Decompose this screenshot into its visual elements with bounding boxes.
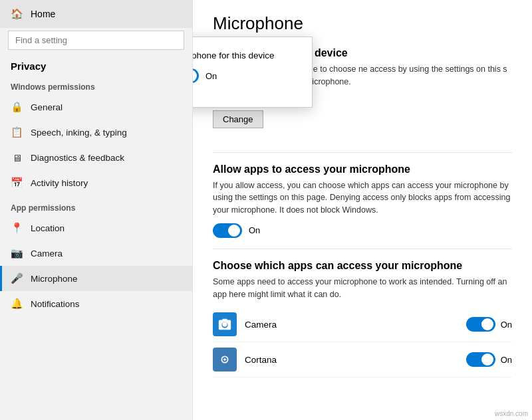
camera-app-name: Camera (245, 320, 466, 330)
watermark: wsxdn.com (495, 410, 528, 417)
home-label: Home (31, 9, 55, 19)
change-button[interactable]: Change (213, 110, 263, 128)
cortana-toggle-label: On (501, 355, 512, 365)
sidebar-item-activity-label: Activity history (31, 178, 88, 188)
lock-icon: 🔒 (11, 101, 23, 113)
sidebar-item-camera[interactable]: 📷 Camera (0, 241, 192, 266)
sidebar-item-location-label: Location (31, 223, 65, 233)
cortana-app-name: Cortana (245, 355, 466, 365)
section3-heading: Choose which apps can access your microp… (213, 260, 512, 272)
sidebar-item-notifications-label: Notifications (31, 299, 80, 309)
location-icon: 📍 (11, 222, 23, 234)
diagnostics-icon: 🖥 (11, 152, 23, 163)
camera-toggle-label: On (501, 320, 512, 330)
camera-toggle-row: On (466, 317, 512, 332)
sidebar-item-general[interactable]: 🔒 General (0, 94, 192, 120)
cortana-toggle[interactable] (466, 352, 495, 367)
camera-toggle-knob (481, 318, 493, 330)
sidebar-item-notifications[interactable]: 🔔 Notifications (0, 291, 192, 316)
divider-1 (213, 152, 512, 153)
sidebar-item-location[interactable]: 📍 Location (0, 215, 192, 241)
windows-permissions-label: Windows permissions (0, 74, 192, 94)
sidebar-item-camera-label: Camera (31, 249, 63, 259)
sidebar-item-general-label: General (31, 102, 63, 112)
app-permissions-label: App permissions (0, 195, 192, 215)
microphone-icon: 🎤 (11, 272, 23, 284)
main-content: Microphone microphone on this device usi… (193, 0, 532, 420)
allow-apps-toggle-knob (228, 225, 240, 237)
divider-2 (213, 249, 512, 249)
notifications-icon: 🔔 (11, 298, 23, 310)
camera-toggle[interactable] (466, 317, 495, 332)
svg-point-2 (223, 358, 226, 361)
cortana-toggle-knob (481, 354, 493, 366)
app-container: 🏠 Home Privacy Windows permissions 🔒 Gen… (0, 0, 532, 420)
camera-app-svg (217, 317, 232, 332)
cortana-toggle-row: On (466, 352, 512, 367)
privacy-title: Privacy (0, 55, 192, 74)
sidebar-item-speech[interactable]: 📋 Speech, inking, & typing (0, 120, 192, 145)
search-box (8, 31, 184, 50)
sidebar-item-activity[interactable]: 📅 Activity history (0, 170, 192, 195)
cortana-app-svg (217, 352, 232, 367)
allow-apps-toggle-row: On (213, 223, 512, 238)
speech-icon: 📋 (11, 126, 23, 138)
sidebar: 🏠 Home Privacy Windows permissions 🔒 Gen… (0, 0, 193, 420)
popup-toggle[interactable] (193, 68, 199, 83)
popup-toggle-row: On (193, 68, 296, 83)
sidebar-item-home[interactable]: 🏠 Home (0, 0, 192, 28)
section2-heading: Allow apps to access your microphone (213, 163, 512, 175)
section2-description: If you allow access, you can choose whic… (213, 179, 512, 217)
allow-apps-toggle[interactable] (213, 223, 242, 238)
camera-app-icon (213, 312, 237, 336)
popup-toggle-knob (193, 70, 197, 82)
app-item-cortana: Cortana On (213, 342, 512, 377)
page-title: Microphone (213, 13, 512, 34)
popup-card: Microphone for this device On (193, 37, 313, 108)
app-item-camera: Camera On (213, 307, 512, 342)
sidebar-item-microphone[interactable]: 🎤 Microphone (0, 266, 192, 291)
sidebar-item-diagnostics[interactable]: 🖥 Diagnostics & feedback (0, 145, 192, 170)
section3-description: Some apps need to access your microphone… (213, 276, 512, 301)
svg-point-0 (222, 322, 227, 327)
sidebar-item-microphone-label: Microphone (31, 274, 78, 284)
sidebar-item-speech-label: Speech, inking, & typing (31, 128, 127, 138)
sidebar-item-diagnostics-label: Diagnostics & feedback (31, 153, 124, 163)
camera-sidebar-icon: 📷 (11, 247, 23, 259)
popup-label: Microphone for this device (193, 51, 296, 60)
popup-toggle-label: On (205, 71, 217, 81)
cortana-app-icon (213, 348, 237, 371)
activity-icon: 📅 (11, 177, 23, 189)
allow-apps-toggle-label: On (249, 225, 260, 235)
search-input[interactable] (8, 31, 184, 50)
home-icon: 🏠 (11, 8, 23, 20)
